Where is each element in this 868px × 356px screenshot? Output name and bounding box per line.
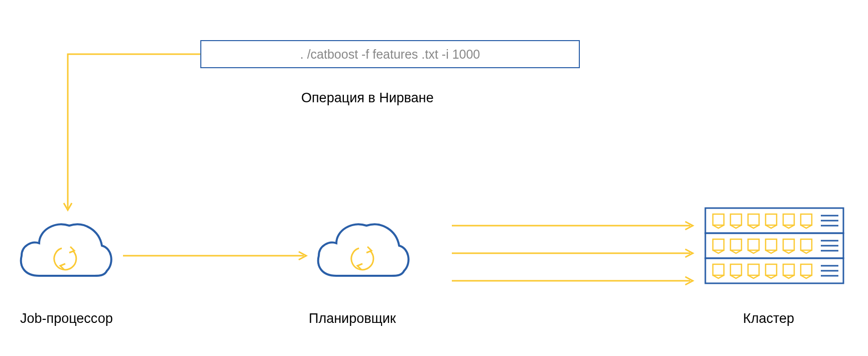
- scheduler-label: Планировщик: [309, 311, 396, 326]
- svg-rect-18: [766, 239, 777, 250]
- svg-rect-30: [801, 264, 812, 275]
- svg-rect-27: [748, 264, 759, 275]
- operation-label: Операция в Нирване: [301, 90, 434, 106]
- job-processor-label: Job-процессор: [20, 311, 113, 326]
- svg-rect-8: [766, 214, 777, 225]
- svg-rect-20: [801, 239, 812, 250]
- svg-rect-26: [730, 264, 741, 275]
- svg-rect-5: [713, 214, 724, 225]
- svg-rect-29: [783, 264, 794, 275]
- svg-rect-15: [713, 239, 724, 250]
- cloud-scheduler-icon: [311, 216, 412, 291]
- svg-rect-7: [748, 214, 759, 225]
- svg-rect-16: [730, 239, 741, 250]
- cloud-job-processor-icon: [14, 216, 114, 291]
- command-box: . /catboost -f features .txt -i 1000: [200, 40, 580, 68]
- svg-rect-28: [766, 264, 777, 275]
- cluster-label: Кластер: [743, 311, 794, 326]
- svg-rect-17: [748, 239, 759, 250]
- svg-rect-6: [730, 214, 741, 225]
- svg-rect-9: [783, 214, 794, 225]
- command-text: . /catboost -f features .txt -i 1000: [300, 47, 480, 62]
- svg-rect-25: [713, 264, 724, 275]
- svg-rect-19: [783, 239, 794, 250]
- cluster-icon: [703, 201, 848, 291]
- svg-rect-10: [801, 214, 812, 225]
